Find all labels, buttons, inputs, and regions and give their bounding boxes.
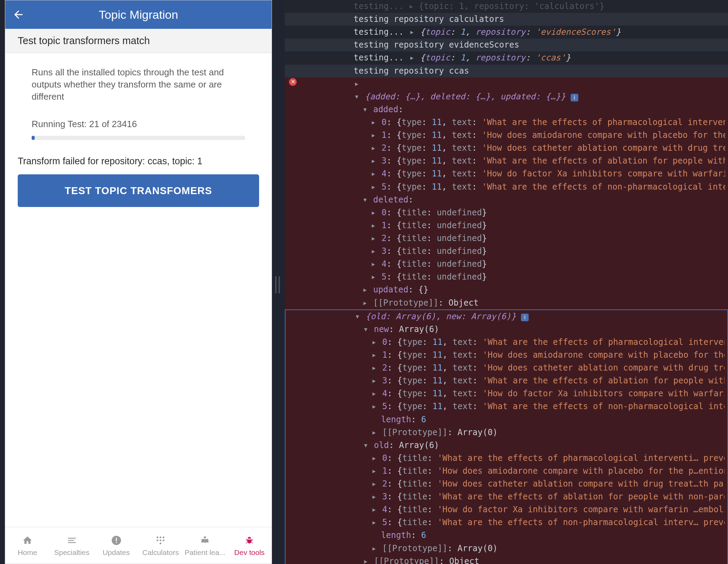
log-row: testing... ▸ {topic: 1, repository: 'cal…: [285, 0, 728, 13]
back-button[interactable]: [12, 8, 25, 21]
collapse-icon[interactable]: ▾: [362, 104, 368, 115]
error-marker-row: ✕ ▸: [285, 77, 728, 90]
svg-point-4: [160, 536, 162, 538]
subheader: Test topic transformers match: [5, 29, 272, 53]
expand-icon[interactable]: ▸: [370, 142, 377, 154]
new-row: ▾ new: Array(6): [286, 323, 727, 336]
expand-icon[interactable]: ▸: [370, 130, 377, 141]
tab-specialties[interactable]: Specialties: [50, 527, 94, 564]
expand-icon[interactable]: ▸: [409, 26, 415, 38]
expand-icon[interactable]: ▸: [370, 220, 377, 231]
svg-point-3: [157, 536, 158, 538]
info-icon[interactable]: i: [521, 314, 529, 321]
expand-icon[interactable]: ▸: [370, 233, 377, 244]
expand-icon[interactable]: ▸: [370, 168, 377, 180]
expand-icon[interactable]: ▸: [371, 465, 377, 477]
svg-point-7: [160, 539, 162, 541]
list-icon: [66, 534, 78, 546]
expand-icon[interactable]: ▸: [371, 453, 377, 464]
tab-updates[interactable]: Updates: [94, 527, 139, 564]
expand-icon[interactable]: ▸: [371, 543, 377, 554]
collapse-icon[interactable]: ▾: [354, 311, 361, 322]
alert-icon: [110, 534, 122, 546]
new-item: ▸ 1: {type: 11, text: 'How does amiodaro…: [286, 349, 727, 362]
expand-icon[interactable]: ▸: [371, 517, 377, 528]
expand-icon[interactable]: ▸: [371, 375, 377, 387]
deleted-item: ▸ 0: {title: undefined}: [285, 206, 728, 219]
expand-icon[interactable]: ▸: [371, 362, 377, 374]
error-block: ✕ ▸ ▾ {added: {…}, deleted: {…}, updated…: [285, 77, 728, 564]
deleted-item: ▸ 2: {title: undefined}: [285, 232, 728, 245]
home-icon: [22, 534, 33, 546]
collapse-icon[interactable]: ▾: [363, 324, 369, 335]
expand-icon[interactable]: ▸: [362, 284, 368, 296]
expand-icon[interactable]: ▸: [371, 337, 377, 348]
log-row: testing repository calculators: [285, 13, 728, 26]
new-item: ▸ 4: {type: 11, text: 'How do factor Xa …: [286, 387, 727, 400]
expand-icon[interactable]: ▸: [371, 388, 377, 399]
deleted-item: ▸ 3: {title: undefined}: [285, 245, 728, 258]
expand-icon[interactable]: ▸: [371, 504, 377, 515]
old-item: ▸ 2: {title: 'How does catheter ablation…: [286, 478, 727, 490]
tab-calculators[interactable]: Calculators: [138, 527, 183, 564]
added-item: ▸ 5: {type: 11, text: 'What are the effe…: [285, 181, 728, 193]
old-item: ▸ 3: {title: 'What are the effects of ab…: [286, 490, 727, 503]
expand-icon[interactable]: ▸: [371, 427, 377, 438]
compare-summary-row: ▾ {old: Array(6), new: Array(6)} i: [286, 310, 727, 323]
tab-home[interactable]: Home: [5, 527, 50, 564]
new-item: ▸ 0: {type: 11, text: 'What are the effe…: [286, 336, 727, 349]
updated-row: ▸ updated: {}: [285, 283, 728, 296]
prototype-row: ▸ [[Prototype]]: Object: [286, 555, 727, 564]
svg-point-5: [163, 536, 165, 538]
collapse-icon[interactable]: ▾: [362, 194, 368, 206]
old-item: ▸ 1: {title: 'How does amiodarone compar…: [286, 465, 727, 478]
added-row: ▾ added:: [285, 103, 728, 116]
expand-icon[interactable]: ▸: [370, 117, 377, 128]
expand-icon[interactable]: ▸: [371, 478, 377, 490]
progress-label: Running Test: 21 of 23416: [18, 119, 259, 130]
new-item: ▸ 5: {type: 11, text: 'What are the effe…: [286, 400, 727, 413]
fail-message: Transform failed for repository: ccas, t…: [18, 156, 259, 167]
tab-label: Updates: [102, 548, 130, 557]
info-icon[interactable]: i: [571, 94, 578, 101]
expand-icon[interactable]: ▸: [370, 207, 377, 218]
expand-icon[interactable]: ▸: [409, 52, 415, 64]
expand-icon[interactable]: ▸: [363, 556, 369, 564]
new-item: ▸ 2: {type: 11, text: 'How does catheter…: [286, 362, 727, 374]
expand-icon[interactable]: ▸: [370, 271, 377, 283]
old-item: ▸ 4: {title: 'How do factor Xa inhibitor…: [286, 503, 727, 516]
length-row: length: 6: [286, 413, 727, 426]
svg-point-10: [204, 536, 206, 538]
tab-label: Dev tools: [234, 548, 265, 557]
expand-icon[interactable]: ▸: [354, 78, 360, 90]
test-transformers-button[interactable]: TEST TOPIC TRANSFOMERS: [18, 174, 259, 207]
collapse-icon[interactable]: ▾: [363, 440, 369, 451]
expand-icon[interactable]: ▸: [371, 349, 377, 361]
collapse-icon[interactable]: ▾: [354, 91, 360, 102]
deleted-item: ▸ 1: {title: undefined}: [285, 219, 728, 232]
progress-fill: [32, 136, 35, 140]
expand-icon[interactable]: ▸: [371, 491, 377, 503]
devtools-console[interactable]: testing... ▸ {topic: 1, repository: 'cal…: [285, 0, 728, 564]
mobile-app-panel: Topic Migration Test topic transformers …: [5, 0, 272, 564]
tab-patient[interactable]: Patient lea...: [183, 527, 227, 564]
tab-devtools[interactable]: Dev tools: [227, 527, 272, 564]
diff-summary-row: ▾ {added: {…}, deleted: {…}, updated: {……: [285, 90, 728, 103]
svg-point-9: [160, 542, 162, 544]
expand-icon[interactable]: ▸: [370, 246, 377, 257]
tab-label: Patient lea...: [185, 548, 225, 557]
old-row: ▾ old: Array(6): [286, 439, 727, 452]
expand-icon[interactable]: ▸: [370, 181, 377, 193]
expand-icon[interactable]: ▸: [370, 258, 377, 270]
expand-icon[interactable]: ▸: [370, 155, 377, 167]
length-row: length: 6: [286, 529, 727, 542]
reader-icon: [199, 534, 211, 546]
deleted-item: ▸ 5: {title: undefined}: [285, 271, 728, 283]
log-row: testing repository evidenceScores: [285, 39, 728, 51]
keypad-icon: [155, 534, 166, 546]
added-item: ▸ 1: {type: 11, text: 'How does amiodaro…: [285, 129, 728, 142]
pane-resize-handle[interactable]: [274, 274, 281, 295]
expand-icon[interactable]: ▸: [371, 401, 377, 412]
new-item: ▸ 3: {type: 11, text: 'What are the effe…: [286, 374, 727, 387]
expand-icon[interactable]: ▸: [362, 297, 368, 309]
